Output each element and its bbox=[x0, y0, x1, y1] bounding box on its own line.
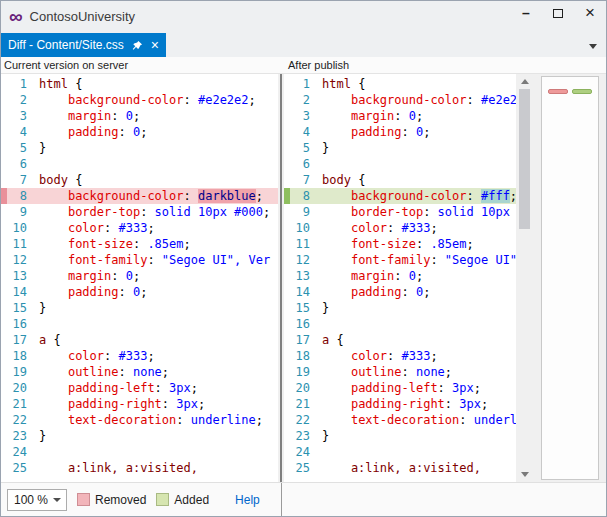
code-text: color: #333; bbox=[322, 348, 438, 364]
code-text: } bbox=[39, 428, 46, 444]
code-text: padding-right: 3px; bbox=[39, 396, 205, 412]
line-number: 7 bbox=[290, 172, 322, 188]
line-number: 23 bbox=[7, 428, 39, 444]
window-title: ContosoUniversity bbox=[30, 9, 510, 24]
code-text: a:link, a:visited, bbox=[39, 460, 198, 476]
code-text: border-top: solid 10px #000; bbox=[39, 204, 270, 220]
code-pane-right[interactable]: 1html {2 background-color: #e2e23 margin… bbox=[284, 74, 516, 482]
code-line: 4 padding: 0; bbox=[1, 124, 278, 140]
line-number: 10 bbox=[290, 220, 322, 236]
code-line: 18 color: #333; bbox=[1, 348, 278, 364]
code-text: margin: 0; bbox=[39, 108, 140, 124]
code-line: 11 font-size: .85em; bbox=[284, 236, 516, 252]
code-line: 1html { bbox=[1, 76, 278, 92]
pane-header-right: After publish bbox=[284, 57, 606, 73]
line-number: 13 bbox=[7, 268, 39, 284]
line-number: 2 bbox=[290, 92, 322, 108]
code-line: 3 margin: 0; bbox=[284, 108, 516, 124]
code-text: padding-left: 3px; bbox=[322, 380, 481, 396]
code-text: border-top: solid 10px bbox=[322, 204, 516, 220]
line-number: 20 bbox=[7, 380, 39, 396]
line-number: 4 bbox=[7, 124, 39, 140]
line-number: 6 bbox=[7, 156, 39, 172]
code-text: a { bbox=[322, 332, 344, 348]
scrollbar-thumb[interactable] bbox=[519, 89, 530, 229]
code-text: text-decoration: underl bbox=[322, 412, 516, 428]
line-number: 10 bbox=[7, 220, 39, 236]
code-line: 22 text-decoration: underline; bbox=[1, 412, 278, 428]
code-text: background-color: darkblue; bbox=[39, 188, 263, 204]
pane-splitter[interactable] bbox=[278, 74, 284, 482]
line-number: 22 bbox=[7, 412, 39, 428]
code-text: font-family: "Segoe UI", Ver bbox=[39, 252, 270, 268]
line-number: 4 bbox=[290, 124, 322, 140]
scroll-up-icon[interactable] bbox=[521, 79, 529, 84]
code-text: } bbox=[322, 140, 329, 156]
code-text: outline: none; bbox=[39, 364, 169, 380]
help-link[interactable]: Help bbox=[235, 493, 260, 507]
code-line: 16 bbox=[1, 316, 278, 332]
pin-icon[interactable] bbox=[131, 39, 144, 52]
diff-overview-strip[interactable] bbox=[541, 76, 599, 480]
code-text: } bbox=[322, 428, 329, 444]
line-number: 23 bbox=[290, 428, 322, 444]
line-number: 20 bbox=[290, 380, 322, 396]
code-text: background-color: #fff; bbox=[322, 188, 516, 204]
code-line: 6 bbox=[284, 156, 516, 172]
code-line: 12 font-family: "Segoe UI", Ver bbox=[1, 252, 278, 268]
line-number: 12 bbox=[290, 252, 322, 268]
legend-added: Added bbox=[156, 493, 209, 507]
legend-removed: Removed bbox=[77, 493, 146, 507]
line-number: 6 bbox=[290, 156, 322, 172]
line-number: 15 bbox=[7, 300, 39, 316]
close-button[interactable]: × bbox=[574, 1, 606, 25]
code-text: padding: 0; bbox=[322, 124, 430, 140]
diff-code-region: 1html {2 background-color: #e2e2e2;3 mar… bbox=[1, 74, 606, 482]
code-text: margin: 0; bbox=[39, 268, 140, 284]
line-number: 3 bbox=[7, 108, 39, 124]
code-text: } bbox=[322, 300, 329, 316]
zoom-select[interactable]: 100 % bbox=[7, 489, 67, 511]
code-text: html { bbox=[39, 76, 82, 92]
line-number: 17 bbox=[290, 332, 322, 348]
code-text: background-color: #e2e2e2; bbox=[39, 92, 256, 108]
line-number: 24 bbox=[7, 444, 39, 460]
scroll-down-icon[interactable] bbox=[521, 472, 529, 477]
code-line: 19 outline: none; bbox=[1, 364, 278, 380]
code-text: a { bbox=[39, 332, 61, 348]
legend-added-label: Added bbox=[174, 493, 209, 507]
vertical-scrollbar[interactable] bbox=[516, 74, 533, 482]
code-line: 4 padding: 0; bbox=[284, 124, 516, 140]
line-number: 3 bbox=[290, 108, 322, 124]
overview-added-mark[interactable] bbox=[572, 89, 592, 94]
code-text: font-size: .85em; bbox=[39, 236, 191, 252]
maximize-button[interactable] bbox=[542, 1, 574, 25]
line-number: 11 bbox=[7, 236, 39, 252]
code-line: 13 margin: 0; bbox=[1, 268, 278, 284]
code-line: 6 bbox=[1, 156, 278, 172]
line-number: 18 bbox=[7, 348, 39, 364]
code-line: 5} bbox=[284, 140, 516, 156]
code-pane-left[interactable]: 1html {2 background-color: #e2e2e2;3 mar… bbox=[1, 74, 278, 482]
line-number: 18 bbox=[290, 348, 322, 364]
code-line: 23} bbox=[1, 428, 278, 444]
tab-diff-site-css[interactable]: Diff - Content/Site.css × bbox=[1, 33, 166, 57]
minimize-button[interactable]: – bbox=[510, 1, 542, 25]
code-line: 14 padding: 0; bbox=[1, 284, 278, 300]
code-line: 12 font-family: "Segoe UI" bbox=[284, 252, 516, 268]
code-line: 17a { bbox=[284, 332, 516, 348]
code-text: color: #333; bbox=[39, 348, 155, 364]
code-line: 9 border-top: solid 10px #000; bbox=[1, 204, 278, 220]
code-text: padding: 0; bbox=[322, 284, 430, 300]
code-line: 3 margin: 0; bbox=[1, 108, 278, 124]
line-number: 19 bbox=[7, 364, 39, 380]
maximize-icon bbox=[553, 9, 563, 18]
overview-removed-mark[interactable] bbox=[548, 89, 568, 94]
code-text: html { bbox=[322, 76, 365, 92]
tab-close-icon[interactable]: × bbox=[151, 38, 159, 52]
title-bar[interactable]: ∞ ContosoUniversity – × bbox=[1, 1, 606, 31]
app-window: ∞ ContosoUniversity – × Diff - Content/S… bbox=[0, 0, 607, 517]
region-padding bbox=[599, 74, 606, 482]
line-number: 13 bbox=[290, 268, 322, 284]
tab-overflow-dropdown-icon[interactable] bbox=[589, 44, 597, 49]
